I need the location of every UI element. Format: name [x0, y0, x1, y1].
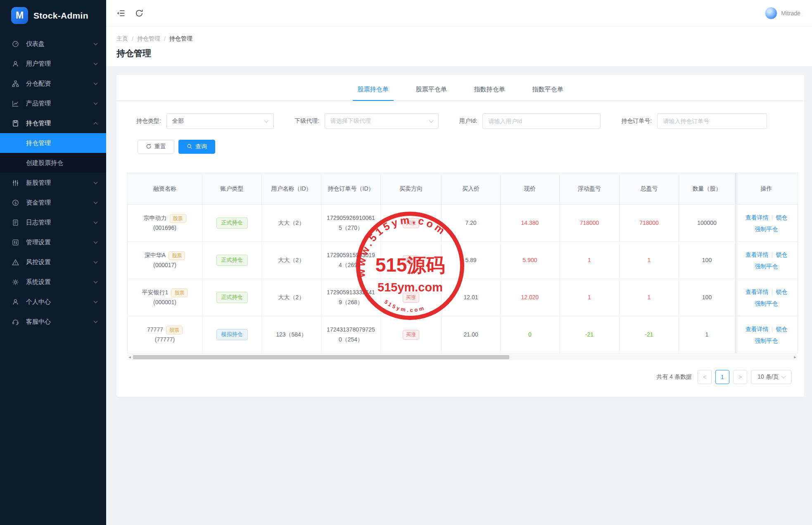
tab-2[interactable]: 指数持仓单	[474, 86, 505, 100]
sidebar-item-12[interactable]: 客服中心	[0, 312, 106, 332]
cell-current-price: 0	[501, 316, 560, 353]
scrollbar-thumb[interactable]	[133, 355, 509, 359]
horizontal-scrollbar[interactable]: ◄ ►	[127, 354, 798, 360]
positions-table-wrap: 融资名称账户类型用户名称（ID）持仓订单号（ID）买卖方向买入价现价浮动盈亏总盈…	[127, 173, 798, 353]
view-detail-link[interactable]: 查看详情	[746, 251, 769, 258]
sidebar-item-11[interactable]: 个人中心	[0, 292, 106, 312]
logs-icon	[12, 219, 19, 226]
filter-input-3[interactable]	[663, 118, 761, 124]
column-header-5: 买入价	[442, 173, 501, 205]
chevron-down-icon	[94, 81, 98, 85]
select-value: 请选择下级代理	[330, 117, 371, 125]
sidebar-item-label: 用户管理	[26, 60, 94, 68]
sidebar-item-label: 管理设置	[26, 239, 94, 246]
sidebar-item-3[interactable]: 产品管理	[0, 93, 106, 113]
force-close-link[interactable]: 强制平仓	[755, 263, 778, 270]
actions-line-2: 强制平仓	[740, 260, 793, 272]
sidebar-item-2[interactable]: 分仓配资	[0, 74, 106, 93]
next-page-button[interactable]: >	[733, 370, 747, 384]
account-type-tag: 正式持仓	[216, 292, 248, 303]
force-close-link[interactable]: 强制平仓	[755, 226, 778, 232]
dashboard-icon	[12, 41, 19, 48]
lock-position-link[interactable]: 锁仓	[776, 251, 787, 258]
cell-total-pl: -21	[620, 316, 679, 353]
lock-position-link[interactable]: 锁仓	[776, 289, 787, 295]
cell-float-pl: 1	[560, 242, 620, 279]
user-avatar[interactable]	[765, 7, 777, 19]
view-detail-link[interactable]: 查看详情	[746, 214, 769, 221]
sidebar-item-8[interactable]: 管理设置	[0, 232, 106, 252]
menu-fold-icon[interactable]	[116, 9, 126, 18]
refresh-icon[interactable]	[135, 9, 144, 18]
tab-3[interactable]: 指数平仓单	[532, 86, 563, 100]
chevron-down-icon	[94, 180, 98, 184]
force-close-link[interactable]: 强制平仓	[755, 300, 778, 307]
view-detail-link[interactable]: 查看详情	[746, 326, 769, 332]
cell-current-price: 5.900	[501, 242, 560, 279]
reset-button[interactable]: 重置	[138, 140, 174, 154]
table-row: 宗申动力股票(001696)正式持仓大大（2）1729059269100615（…	[128, 205, 798, 242]
chevron-down-icon	[94, 279, 98, 283]
cell-name: 深中华A股票(000017)	[128, 242, 202, 279]
cell-name: 平安银行1股票(000001)	[128, 279, 202, 316]
sidebar-item-9[interactable]: 风控设置	[0, 252, 106, 272]
filter-select-0[interactable]: 全部	[166, 113, 274, 129]
direction-tag: 买涨	[403, 255, 419, 265]
product-chart-icon	[12, 100, 19, 107]
sidebar-item-10[interactable]: 系统设置	[0, 272, 106, 292]
tab-1[interactable]: 股票平仓单	[416, 86, 447, 100]
cell-user: 123（584）	[262, 316, 321, 353]
sidebar-subitem-1[interactable]: 创建股票持仓	[0, 153, 106, 173]
breadcrumb: 主页 / 持仓管理 / 持仓管理	[116, 35, 812, 43]
sidebar-item-5[interactable]: 新股管理	[0, 173, 106, 193]
tab-bar: 股票持仓单股票平仓单指数持仓单指数平仓单	[116, 75, 804, 101]
cell-order-no: 1729059133327419（268）	[321, 279, 381, 316]
cell-actions: 查看详情|锁仓强制平仓	[735, 279, 798, 316]
chevron-down-icon	[94, 319, 98, 323]
scroll-left-icon[interactable]: ◄	[127, 354, 132, 360]
filter-select-1[interactable]: 请选择下级代理	[325, 113, 439, 129]
cell-actions: 查看详情|锁仓强制平仓	[735, 242, 798, 279]
sidebar-item-4[interactable]: 持仓管理	[0, 113, 106, 133]
search-button[interactable]: 查询	[178, 140, 215, 154]
sidebar-subitem-label: 持仓管理	[26, 139, 51, 147]
page-1-button[interactable]: 1	[715, 370, 729, 384]
cell-current-price: 14.380	[501, 205, 560, 242]
sidebar-item-1[interactable]: 用户管理	[0, 54, 106, 74]
view-detail-link[interactable]: 查看详情	[746, 289, 769, 295]
user-name: Mitrade	[781, 10, 800, 17]
page-size-select[interactable]: 10 条/页	[751, 370, 792, 384]
cell-qty: 100	[679, 279, 735, 316]
cell-account-type: 正式持仓	[202, 279, 262, 316]
stock-name-line: 深中华A股票	[133, 251, 197, 260]
filter-input-2[interactable]	[488, 118, 595, 124]
sidebar-item-0[interactable]: 仪表盘	[0, 34, 106, 54]
sidebar-subitem-label: 创建股票持仓	[26, 159, 63, 167]
action-divider: |	[772, 326, 773, 332]
sidebar-item-6[interactable]: $资金管理	[0, 193, 106, 212]
tab-0[interactable]: 股票持仓单	[358, 86, 389, 100]
cell-account-type: 模拟持仓	[202, 316, 262, 353]
force-close-link[interactable]: 强制平仓	[755, 337, 778, 344]
lock-position-link[interactable]: 锁仓	[776, 326, 787, 332]
breadcrumb-parent[interactable]: 持仓管理	[137, 35, 160, 43]
stock-name-line: 77777股票	[133, 325, 197, 335]
direction-tag: 买涨	[403, 218, 419, 228]
cell-buy-price: 21.00	[442, 316, 501, 353]
new-stock-icon	[12, 179, 19, 186]
cell-total-pl: 1	[620, 279, 679, 316]
topbar-user[interactable]: Mitrade	[765, 7, 800, 19]
scroll-right-icon[interactable]: ►	[793, 354, 798, 360]
lock-position-link[interactable]: 锁仓	[776, 214, 787, 221]
filter-group-2: 用户Id:	[459, 113, 601, 129]
chevron-down-icon	[94, 41, 98, 45]
user-icon	[12, 60, 19, 67]
breadcrumb-home[interactable]: 主页	[116, 35, 128, 43]
content: 股票持仓单股票平仓单指数持仓单指数平仓单 持仓类型:全部下级代理:请选择下级代理…	[106, 66, 812, 525]
sidebar-subitem-0[interactable]: 持仓管理	[0, 133, 106, 153]
scrollbar-track[interactable]	[132, 354, 793, 360]
stock-code: (000017)	[133, 260, 197, 270]
prev-page-button[interactable]: <	[698, 370, 712, 384]
cell-buy-price: 5.89	[442, 242, 501, 279]
sidebar-item-7[interactable]: 日志管理	[0, 212, 106, 232]
